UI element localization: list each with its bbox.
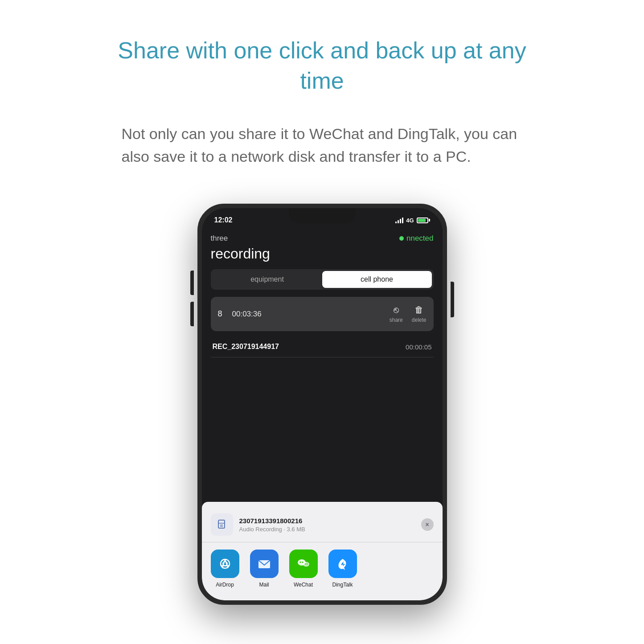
- wechat-label: WeChat: [294, 582, 313, 588]
- svg-point-13: [302, 562, 303, 563]
- app-title-large: recording: [211, 246, 434, 262]
- delete-label: delete: [412, 317, 427, 323]
- mail-label: Mail: [259, 582, 269, 588]
- battery-tip: [429, 219, 430, 222]
- signal-icon: [395, 217, 403, 223]
- signal-bar-1: [395, 222, 397, 223]
- phone-screen: 12:02 4G: [202, 208, 443, 600]
- airdrop-label: AirDrop: [216, 582, 234, 588]
- rec-name: REC_230719144917: [213, 343, 279, 351]
- battery-body: [417, 217, 428, 223]
- svg-rect-0: [218, 520, 225, 528]
- power-button: [451, 282, 454, 317]
- svg-point-14: [304, 563, 305, 564]
- page-subtext: Not only can you share it to WeChat and …: [122, 123, 523, 168]
- app-title-small: three: [211, 234, 228, 243]
- share-close-button[interactable]: ×: [421, 518, 434, 531]
- delete-icon: 🗑: [414, 305, 423, 315]
- connected-dot: [399, 236, 404, 241]
- svg-point-12: [299, 562, 301, 563]
- recording-entry-2: REC_230719144917 00:00:05: [211, 336, 434, 357]
- airdrop-icon: [211, 550, 239, 578]
- dingtalk-icon: [328, 550, 357, 578]
- status-time: 12:02: [214, 216, 233, 224]
- tab-equipment[interactable]: equipment: [213, 271, 322, 288]
- phone-mockup: 12:02 4G: [197, 204, 447, 605]
- page-headline: Share with one click and back up at any …: [104, 36, 541, 96]
- tab-switcher: equipment cell phone: [211, 269, 434, 290]
- phone-notch: [289, 208, 356, 223]
- wechat-icon: [289, 550, 318, 578]
- rec-time: 00:00:05: [406, 343, 431, 351]
- share-app-dingtalk[interactable]: DingTalk: [328, 550, 357, 588]
- file-meta: Audio Recording · 3.6 MB: [239, 526, 415, 533]
- network-label: 4G: [406, 217, 414, 224]
- connected-label: nnected: [406, 234, 434, 243]
- battery-icon: [417, 217, 430, 223]
- share-app-mail[interactable]: Mail: [250, 550, 279, 588]
- rec-duration: 00:03:36: [232, 310, 384, 319]
- share-apps-row: AirDrop Mail: [202, 542, 443, 590]
- rec-number: 8: [218, 309, 227, 319]
- phone-frame: 12:02 4G: [197, 204, 447, 605]
- share-app-airdrop[interactable]: AirDrop: [211, 550, 239, 588]
- vol-down-button: [190, 302, 194, 326]
- dingtalk-label: DingTalk: [332, 582, 353, 588]
- connection-status: nnected: [399, 234, 434, 243]
- battery-fill: [418, 219, 426, 222]
- signal-bar-3: [400, 219, 401, 223]
- share-file-info: 23071913391800216 Audio Recording · 3.6 …: [202, 509, 443, 542]
- delete-action[interactable]: 🗑 delete: [412, 305, 427, 323]
- share-icon: ⎋: [394, 305, 399, 315]
- file-icon: [211, 513, 233, 536]
- signal-bar-2: [398, 220, 399, 223]
- signal-bar-4: [402, 217, 403, 223]
- file-name: 23071913391800216: [239, 517, 415, 525]
- share-sheet: 23071913391800216 Audio Recording · 3.6 …: [202, 502, 443, 600]
- svg-point-11: [303, 562, 309, 567]
- share-label: share: [390, 317, 403, 323]
- status-icons: 4G: [395, 217, 430, 224]
- app-header: three nnected: [211, 230, 434, 246]
- share-action[interactable]: ⎋ share: [390, 305, 403, 323]
- vol-up-button: [190, 271, 194, 295]
- recording-entry-1: 8 00:03:36 ⎋ share 🗑 delete: [211, 297, 434, 331]
- mail-icon: [250, 550, 279, 578]
- page-wrapper: Share with one click and back up at any …: [77, 0, 567, 605]
- share-app-wechat[interactable]: WeChat: [289, 550, 318, 588]
- file-details: 23071913391800216 Audio Recording · 3.6 …: [239, 517, 415, 533]
- tab-cell-phone[interactable]: cell phone: [322, 271, 432, 288]
- svg-point-15: [306, 563, 307, 564]
- rec-actions: ⎋ share 🗑 delete: [390, 305, 427, 323]
